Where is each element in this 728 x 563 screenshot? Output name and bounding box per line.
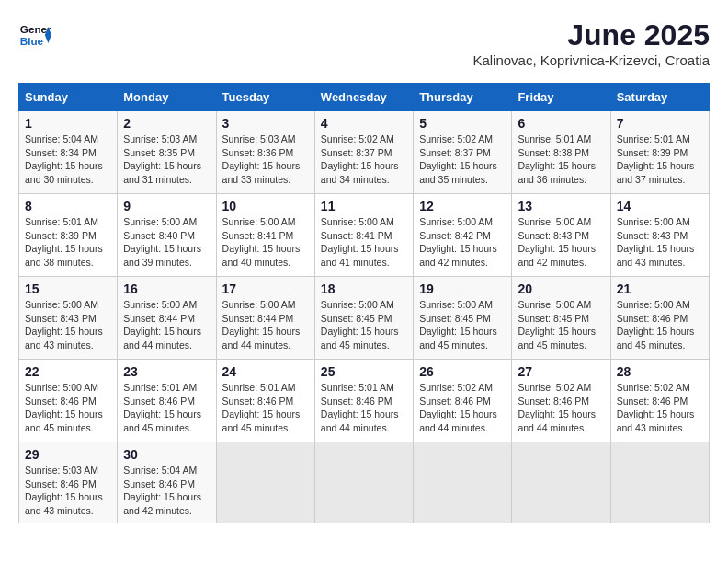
calendar-cell: 12Sunrise: 5:00 AMSunset: 8:42 PMDayligh… bbox=[414, 194, 512, 277]
calendar-cell: 3Sunrise: 5:03 AMSunset: 8:36 PMDaylight… bbox=[216, 111, 314, 194]
day-detail: Sunrise: 5:00 AMSunset: 8:43 PMDaylight:… bbox=[518, 215, 604, 270]
calendar-cell: 21Sunrise: 5:00 AMSunset: 8:46 PMDayligh… bbox=[610, 277, 709, 360]
weekday-header-row: SundayMondayTuesdayWednesdayThursdayFrid… bbox=[19, 84, 710, 111]
calendar-cell: 27Sunrise: 5:02 AMSunset: 8:46 PMDayligh… bbox=[512, 360, 610, 442]
day-detail: Sunrise: 5:01 AMSunset: 8:46 PMDaylight:… bbox=[123, 381, 210, 435]
calendar-cell: 13Sunrise: 5:00 AMSunset: 8:43 PMDayligh… bbox=[512, 194, 610, 277]
calendar-cell: 7Sunrise: 5:01 AMSunset: 8:39 PMDaylight… bbox=[610, 111, 709, 194]
day-detail: Sunrise: 5:00 AMSunset: 8:41 PMDaylight:… bbox=[321, 215, 407, 270]
day-detail: Sunrise: 5:00 AMSunset: 8:45 PMDaylight:… bbox=[321, 298, 407, 352]
weekday-header-saturday: Saturday bbox=[610, 84, 709, 111]
calendar-cell: 17Sunrise: 5:00 AMSunset: 8:44 PMDayligh… bbox=[216, 277, 314, 360]
page-header: General Blue June 2025 Kalinovac, Kopriv… bbox=[18, 18, 710, 68]
calendar-cell: 5Sunrise: 5:02 AMSunset: 8:37 PMDaylight… bbox=[414, 111, 512, 194]
day-number: 14 bbox=[617, 199, 703, 213]
day-number: 11 bbox=[321, 199, 407, 213]
day-number: 13 bbox=[518, 199, 604, 213]
day-detail: Sunrise: 5:03 AMSunset: 8:46 PMDaylight:… bbox=[25, 464, 111, 518]
calendar-cell: 29Sunrise: 5:03 AMSunset: 8:46 PMDayligh… bbox=[19, 442, 118, 523]
weekday-header-thursday: Thursday bbox=[414, 84, 512, 111]
day-detail: Sunrise: 5:00 AMSunset: 8:46 PMDaylight:… bbox=[617, 298, 703, 352]
day-detail: Sunrise: 5:01 AMSunset: 8:46 PMDaylight:… bbox=[222, 381, 309, 435]
day-detail: Sunrise: 5:04 AMSunset: 8:34 PMDaylight:… bbox=[25, 132, 111, 187]
calendar-cell: 25Sunrise: 5:01 AMSunset: 8:46 PMDayligh… bbox=[314, 360, 413, 442]
day-detail: Sunrise: 5:01 AMSunset: 8:39 PMDaylight:… bbox=[25, 215, 111, 270]
day-detail: Sunrise: 5:00 AMSunset: 8:40 PMDaylight:… bbox=[123, 215, 210, 270]
day-number: 30 bbox=[123, 447, 210, 462]
location-title: Kalinovac, Koprivnica-Krizevci, Croatia bbox=[472, 52, 710, 68]
day-number: 1 bbox=[25, 116, 111, 131]
calendar-cell: 16Sunrise: 5:00 AMSunset: 8:44 PMDayligh… bbox=[118, 277, 216, 360]
logo: General Blue bbox=[18, 18, 51, 52]
day-number: 26 bbox=[419, 364, 506, 379]
day-number: 3 bbox=[222, 116, 309, 131]
day-number: 22 bbox=[25, 364, 111, 379]
day-number: 2 bbox=[123, 116, 210, 131]
day-detail: Sunrise: 5:03 AMSunset: 8:35 PMDaylight:… bbox=[123, 132, 210, 187]
calendar-cell bbox=[610, 442, 709, 523]
weekday-header-sunday: Sunday bbox=[19, 84, 118, 111]
day-detail: Sunrise: 5:02 AMSunset: 8:37 PMDaylight:… bbox=[419, 132, 506, 187]
day-number: 29 bbox=[25, 447, 111, 462]
day-number: 18 bbox=[321, 282, 407, 296]
calendar-cell: 30Sunrise: 5:04 AMSunset: 8:46 PMDayligh… bbox=[118, 442, 216, 523]
day-number: 16 bbox=[123, 282, 210, 296]
day-detail: Sunrise: 5:00 AMSunset: 8:44 PMDaylight:… bbox=[222, 298, 309, 352]
day-number: 9 bbox=[123, 199, 210, 213]
svg-text:Blue: Blue bbox=[20, 35, 44, 47]
calendar-week-row: 29Sunrise: 5:03 AMSunset: 8:46 PMDayligh… bbox=[19, 442, 710, 523]
day-number: 25 bbox=[321, 364, 407, 379]
day-detail: Sunrise: 5:00 AMSunset: 8:45 PMDaylight:… bbox=[419, 298, 506, 352]
weekday-header-wednesday: Wednesday bbox=[314, 84, 413, 111]
day-detail: Sunrise: 5:01 AMSunset: 8:38 PMDaylight:… bbox=[518, 132, 604, 187]
day-detail: Sunrise: 5:00 AMSunset: 8:43 PMDaylight:… bbox=[25, 298, 111, 352]
calendar-cell: 2Sunrise: 5:03 AMSunset: 8:35 PMDaylight… bbox=[118, 111, 216, 194]
calendar-cell: 26Sunrise: 5:02 AMSunset: 8:46 PMDayligh… bbox=[414, 360, 512, 442]
calendar-cell: 19Sunrise: 5:00 AMSunset: 8:45 PMDayligh… bbox=[414, 277, 512, 360]
day-number: 23 bbox=[123, 364, 210, 379]
calendar-cell bbox=[314, 442, 413, 523]
calendar-cell: 20Sunrise: 5:00 AMSunset: 8:45 PMDayligh… bbox=[512, 277, 610, 360]
calendar-cell: 22Sunrise: 5:00 AMSunset: 8:46 PMDayligh… bbox=[19, 360, 118, 442]
logo-icon: General Blue bbox=[18, 18, 51, 52]
calendar-cell: 23Sunrise: 5:01 AMSunset: 8:46 PMDayligh… bbox=[118, 360, 216, 442]
title-area: June 2025 Kalinovac, Koprivnica-Krizevci… bbox=[472, 18, 710, 68]
day-detail: Sunrise: 5:00 AMSunset: 8:42 PMDaylight:… bbox=[419, 215, 506, 270]
day-detail: Sunrise: 5:00 AMSunset: 8:43 PMDaylight:… bbox=[617, 215, 703, 270]
day-number: 20 bbox=[518, 282, 604, 296]
day-detail: Sunrise: 5:00 AMSunset: 8:41 PMDaylight:… bbox=[222, 215, 309, 270]
day-number: 7 bbox=[617, 116, 703, 131]
day-number: 15 bbox=[25, 282, 111, 296]
day-detail: Sunrise: 5:04 AMSunset: 8:46 PMDaylight:… bbox=[123, 464, 210, 518]
weekday-header-tuesday: Tuesday bbox=[216, 84, 314, 111]
day-detail: Sunrise: 5:03 AMSunset: 8:36 PMDaylight:… bbox=[222, 132, 309, 187]
day-detail: Sunrise: 5:02 AMSunset: 8:46 PMDaylight:… bbox=[419, 381, 506, 435]
day-detail: Sunrise: 5:00 AMSunset: 8:46 PMDaylight:… bbox=[25, 381, 111, 435]
calendar-cell: 14Sunrise: 5:00 AMSunset: 8:43 PMDayligh… bbox=[610, 194, 709, 277]
day-detail: Sunrise: 5:01 AMSunset: 8:39 PMDaylight:… bbox=[617, 132, 703, 187]
calendar-week-row: 1Sunrise: 5:04 AMSunset: 8:34 PMDaylight… bbox=[19, 111, 710, 194]
calendar-cell: 15Sunrise: 5:00 AMSunset: 8:43 PMDayligh… bbox=[19, 277, 118, 360]
day-number: 10 bbox=[222, 199, 309, 213]
calendar-cell: 4Sunrise: 5:02 AMSunset: 8:37 PMDaylight… bbox=[314, 111, 413, 194]
calendar-table: SundayMondayTuesdayWednesdayThursdayFrid… bbox=[18, 83, 710, 523]
calendar-cell: 28Sunrise: 5:02 AMSunset: 8:46 PMDayligh… bbox=[610, 360, 709, 442]
calendar-cell bbox=[512, 442, 610, 523]
calendar-cell: 11Sunrise: 5:00 AMSunset: 8:41 PMDayligh… bbox=[314, 194, 413, 277]
day-number: 27 bbox=[518, 364, 604, 379]
day-detail: Sunrise: 5:00 AMSunset: 8:44 PMDaylight:… bbox=[123, 298, 210, 352]
day-detail: Sunrise: 5:00 AMSunset: 8:45 PMDaylight:… bbox=[518, 298, 604, 352]
weekday-header-friday: Friday bbox=[512, 84, 610, 111]
day-number: 24 bbox=[222, 364, 309, 379]
calendar-week-row: 15Sunrise: 5:00 AMSunset: 8:43 PMDayligh… bbox=[19, 277, 710, 360]
month-title: June 2025 bbox=[472, 18, 710, 52]
day-number: 5 bbox=[419, 116, 506, 131]
calendar-week-row: 22Sunrise: 5:00 AMSunset: 8:46 PMDayligh… bbox=[19, 360, 710, 442]
calendar-week-row: 8Sunrise: 5:01 AMSunset: 8:39 PMDaylight… bbox=[19, 194, 710, 277]
day-number: 4 bbox=[321, 116, 407, 131]
calendar-cell: 10Sunrise: 5:00 AMSunset: 8:41 PMDayligh… bbox=[216, 194, 314, 277]
calendar-cell bbox=[216, 442, 314, 523]
calendar-cell: 1Sunrise: 5:04 AMSunset: 8:34 PMDaylight… bbox=[19, 111, 118, 194]
day-number: 28 bbox=[617, 364, 703, 379]
calendar-cell bbox=[414, 442, 512, 523]
